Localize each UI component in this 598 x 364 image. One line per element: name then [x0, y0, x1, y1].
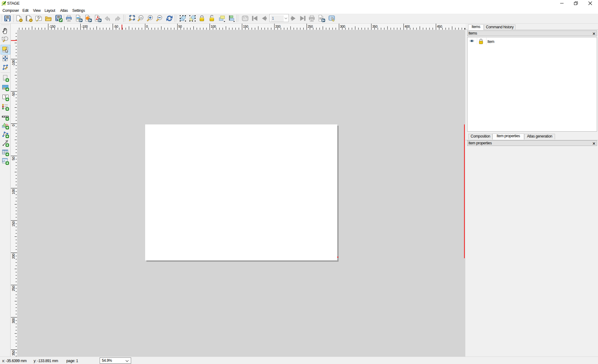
svg-text:350: 350 — [12, 350, 15, 356]
svg-text:350: 350 — [372, 25, 377, 28]
svg-text:-100: -100 — [82, 25, 88, 28]
svg-text:50: 50 — [12, 157, 15, 160]
svg-text:100: 100 — [12, 189, 15, 194]
svg-text:-50: -50 — [12, 92, 15, 97]
svg-text:100: 100 — [211, 25, 216, 28]
svg-text:-150: -150 — [49, 25, 55, 28]
svg-text:300: 300 — [12, 318, 15, 324]
svg-text:1:1: 1:1 — [140, 16, 143, 19]
svg-text:150: 150 — [12, 221, 15, 226]
svg-text:200: 200 — [275, 25, 281, 28]
svg-text:250: 250 — [308, 25, 313, 28]
svg-text:-50: -50 — [114, 25, 118, 28]
svg-text:0: 0 — [12, 124, 15, 126]
svg-text:300: 300 — [340, 25, 345, 28]
svg-text:250: 250 — [12, 286, 15, 291]
svg-text:150: 150 — [243, 25, 248, 28]
svg-text:400: 400 — [405, 25, 410, 28]
svg-text:0: 0 — [146, 25, 148, 28]
svg-text:450: 450 — [437, 25, 442, 28]
svg-text:200: 200 — [12, 254, 15, 259]
svg-text:Item: Item — [487, 40, 494, 44]
svg-text:50: 50 — [178, 25, 182, 28]
svg-text:-100: -100 — [12, 60, 15, 66]
